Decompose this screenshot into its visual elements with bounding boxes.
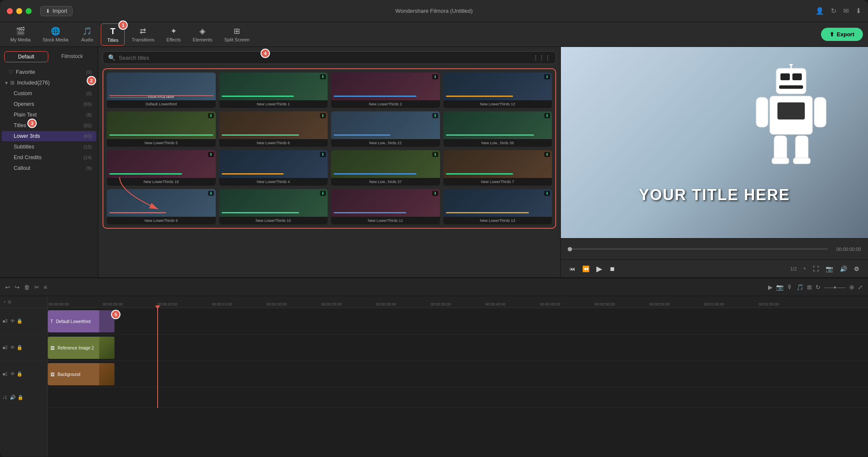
toolbar-effects[interactable]: ✦ Effects bbox=[161, 24, 186, 45]
toolbar-split-screen[interactable]: ⊞ Split Screen bbox=[219, 24, 255, 45]
tick-55: 00:00:55:00 bbox=[649, 302, 670, 306]
title-card-39[interactable]: ⬇ New Low...hirds 39 bbox=[443, 111, 552, 147]
delete-icon[interactable]: 🗑 bbox=[24, 284, 30, 291]
sidebar-item-titles[interactable]: Titles (82) 3 bbox=[2, 120, 96, 131]
zoom-slider[interactable]: ——●—— bbox=[824, 285, 846, 290]
sidebar-item-end-credits[interactable]: End Credits (14) bbox=[2, 152, 96, 163]
maximize-button[interactable] bbox=[26, 8, 32, 14]
minimize-button[interactable] bbox=[16, 8, 22, 14]
timeline-body: + ⊞ ■3 👁 🔒 ■2 👁 🔒 ■1 bbox=[0, 296, 868, 457]
title-card-2[interactable]: ⬇ New LowerThirds 2 bbox=[331, 73, 440, 108]
tab-filmstock[interactable]: Filmstock bbox=[51, 51, 94, 62]
title-card-4[interactable]: ⬇ New LowerThirds 4 bbox=[219, 150, 328, 186]
stop-button[interactable]: ⏹ bbox=[609, 265, 615, 272]
progress-bar[interactable] bbox=[568, 248, 828, 250]
title-card-5[interactable]: ⬇ New LowerThirds 5 bbox=[107, 111, 216, 147]
track3-lock-icon[interactable]: 🔒 bbox=[17, 318, 23, 324]
list-icon[interactable]: ≡ bbox=[44, 284, 47, 291]
title-card-22[interactable]: ⬇ New Low...hirds 22 bbox=[331, 111, 440, 147]
cut-icon[interactable]: ✂ bbox=[34, 284, 39, 291]
search-input[interactable] bbox=[119, 55, 529, 61]
track2-lock-icon[interactable]: 🔒 bbox=[17, 345, 23, 350]
step-back-button[interactable]: ⏪ bbox=[582, 265, 589, 272]
title-card-37[interactable]: ⬇ New Low...hirds 37 bbox=[331, 150, 440, 186]
snapshot-icon[interactable]: 📷 bbox=[826, 265, 833, 272]
title-card-10[interactable]: ⬇ New LowerThirds 10 bbox=[219, 189, 328, 224]
sidebar-item-lower-3rds[interactable]: Lower 3rds (83) bbox=[2, 131, 96, 141]
title-card-11[interactable]: ⬇ New LowerThirds 11 bbox=[331, 189, 440, 224]
sidebar-item-custom[interactable]: Custom (0) bbox=[2, 88, 96, 99]
refresh-icon[interactable]: ↻ bbox=[831, 7, 836, 15]
title-card-6[interactable]: ⬇ New LowerThirds 6 bbox=[219, 111, 328, 147]
download-icon-8: ⬇ bbox=[208, 152, 214, 157]
tick-20: 00:00:20:00 bbox=[267, 302, 287, 306]
track1-lock-icon[interactable]: 🔒 bbox=[17, 371, 23, 377]
sidebar-item-favorite[interactable]: ♡ Favorite (0) bbox=[2, 67, 96, 77]
toolbar-titles[interactable]: T Titles 1 bbox=[101, 23, 125, 46]
settings-icon[interactable]: ⚙ bbox=[854, 265, 859, 272]
title-card-13[interactable]: ⬇ New LowerThirds 13 bbox=[443, 189, 552, 224]
audio-volume-icon[interactable]: 🔊 bbox=[10, 395, 16, 400]
fullscreen-icon[interactable]: ⛶ bbox=[813, 265, 819, 272]
undo-icon[interactable]: ↩ bbox=[5, 284, 10, 291]
title-card-9[interactable]: ⬇ New LowerThirds 9 bbox=[107, 189, 216, 224]
mic-icon[interactable]: 🎙 bbox=[787, 284, 793, 291]
title-card-12[interactable]: ⬇ New LowerThirds 12 bbox=[443, 73, 552, 108]
music-icon[interactable]: 🎵 bbox=[796, 284, 803, 291]
camera-icon[interactable]: 📷 bbox=[776, 284, 783, 291]
play-timeline-icon[interactable]: ▶ bbox=[768, 284, 773, 291]
toolbar-stock-media[interactable]: 🌐 Stock Media bbox=[38, 24, 74, 45]
skip-back-button[interactable]: ⏮ bbox=[569, 265, 575, 272]
title-card-7[interactable]: ⬇ New LowerThirds 7 bbox=[443, 150, 552, 186]
titlebar: ⬇ Import Wondershare Filmora (Untitled) … bbox=[0, 0, 868, 22]
sidebar-item-subtitles[interactable]: Subtitles (15) bbox=[2, 142, 96, 152]
add-track-icon[interactable]: + bbox=[3, 300, 6, 304]
import-label: Import bbox=[53, 8, 67, 14]
track1-eye-icon[interactable]: 👁 bbox=[10, 371, 15, 377]
close-button[interactable] bbox=[7, 8, 13, 14]
toolbar-transitions[interactable]: ⇄ Transitions bbox=[126, 24, 159, 45]
export-button[interactable]: ⬆ Export bbox=[821, 28, 863, 41]
zoom-in-icon[interactable]: ⊕ bbox=[849, 284, 854, 291]
title-card-18[interactable]: ⬇ New LowerThirds 18 bbox=[107, 150, 216, 186]
svg-point-5 bbox=[789, 64, 793, 66]
expand-icon[interactable]: ⤢ bbox=[858, 284, 863, 291]
toolbar-audio[interactable]: 🎵 Audio bbox=[75, 24, 99, 45]
import-button[interactable]: ⬇ Import bbox=[40, 6, 73, 16]
sidebar-item-plain-text[interactable]: Plain Text (8) bbox=[2, 110, 96, 120]
volume-icon[interactable]: 🔊 bbox=[840, 265, 847, 272]
toolbar-my-media[interactable]: 🎬 My Media bbox=[5, 24, 36, 45]
custom-label: Custom bbox=[14, 90, 32, 96]
mail-icon[interactable]: ✉ bbox=[843, 7, 849, 15]
pip-icon[interactable]: ⊠ bbox=[807, 284, 812, 291]
download-icon[interactable]: ⬇ bbox=[856, 7, 861, 15]
clip-background[interactable]: 🖼 Background bbox=[48, 363, 114, 385]
redo-icon[interactable]: ↪ bbox=[15, 284, 20, 291]
speed-dropdown[interactable]: ▾ bbox=[803, 266, 806, 271]
clip-reference-image-2[interactable]: 🖼 Reference Image 2 bbox=[48, 337, 114, 359]
play-button[interactable]: ▶ bbox=[596, 264, 602, 274]
sidebar-item-openers[interactable]: Openers (65) bbox=[2, 99, 96, 109]
track-settings-icon[interactable]: ⊞ bbox=[8, 300, 11, 304]
track2-eye-icon[interactable]: 👁 bbox=[10, 345, 15, 350]
clip-thumb-2 bbox=[99, 337, 114, 359]
traffic-lights bbox=[7, 8, 32, 14]
loop-icon[interactable]: ↻ bbox=[815, 284, 821, 291]
plain-text-count: (8) bbox=[86, 112, 92, 117]
track3-controls: 👁 🔒 bbox=[10, 318, 23, 324]
sidebar-item-callout[interactable]: Callout (9) bbox=[2, 163, 96, 173]
toolbar-elements[interactable]: ◈ Elements bbox=[188, 24, 217, 45]
titles-label: Titles bbox=[107, 38, 118, 43]
svg-rect-3 bbox=[779, 85, 803, 89]
tab-default[interactable]: Default bbox=[4, 51, 48, 62]
sidebar-item-included[interactable]: ▼ ⊞ Included (276) 2 bbox=[0, 78, 98, 88]
subtitles-label: Subtitles bbox=[14, 144, 34, 150]
clip-default-lowerthird[interactable]: T Default Lowerthird bbox=[48, 310, 114, 332]
title-card-1[interactable]: ⬇ New LowerThirds 1 bbox=[219, 73, 328, 108]
account-icon[interactable]: 👤 bbox=[815, 7, 824, 15]
grid-view-icon[interactable]: ⋮⋮⋮ bbox=[533, 54, 551, 61]
audio-lock-icon[interactable]: 🔒 bbox=[18, 395, 23, 400]
track3-eye-icon[interactable]: 👁 bbox=[10, 318, 15, 324]
title-card-default-lowerthird[interactable]: YOUR TITLE HERE Default Lowerthird bbox=[107, 73, 216, 108]
transitions-icon: ⇄ bbox=[140, 26, 146, 36]
